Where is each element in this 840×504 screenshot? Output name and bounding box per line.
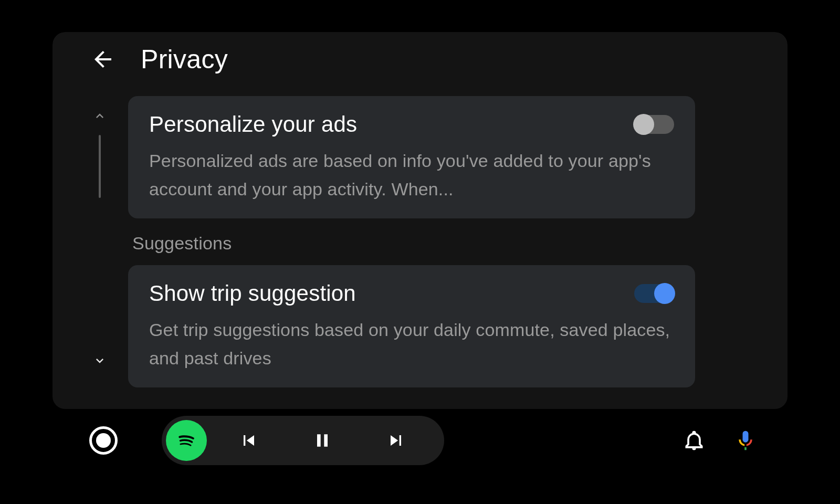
assistant-button[interactable] <box>730 425 761 456</box>
chevron-down-icon <box>92 353 107 368</box>
scrollbar-thumb[interactable] <box>99 135 101 198</box>
navbar <box>52 409 788 472</box>
media-controls <box>162 416 444 465</box>
chevron-up-icon <box>92 109 107 123</box>
page-title: Privacy <box>141 44 228 75</box>
app-area: Privacy Personalize your ads <box>52 32 788 409</box>
pause-icon <box>312 430 333 451</box>
arrow-left-icon <box>90 47 116 72</box>
setting-show-trip-suggestion[interactable]: Show trip suggestion Get trip suggestion… <box>128 265 695 387</box>
setting-title: Show trip suggestion <box>149 281 356 306</box>
scroll-up-button[interactable] <box>89 106 110 127</box>
home-button[interactable] <box>89 426 118 455</box>
skip-previous-icon <box>238 430 259 451</box>
content-list: Personalize your ads Personalized ads ar… <box>128 87 695 409</box>
notifications-button[interactable] <box>678 425 710 456</box>
spotify-icon <box>173 427 200 454</box>
mic-icon <box>734 429 757 452</box>
scrollbar-rail <box>84 87 116 409</box>
toggle-show-trip-suggestion[interactable] <box>634 284 674 303</box>
scroll-down-button[interactable] <box>89 350 110 371</box>
next-track-button[interactable] <box>364 420 427 461</box>
screen: Privacy Personalize your ads <box>52 32 788 472</box>
setting-personalize-ads[interactable]: Personalize your ads Personalized ads ar… <box>128 96 695 218</box>
header: Privacy <box>52 32 788 87</box>
setting-description: Personalized ads are based on info you'v… <box>149 146 674 204</box>
setting-description: Get trip suggestions based on your daily… <box>149 316 674 373</box>
toggle-knob <box>633 114 654 135</box>
toggle-personalize-ads[interactable] <box>634 115 674 134</box>
section-label-suggestions: Suggestions <box>132 233 695 254</box>
navbar-right <box>678 425 761 456</box>
back-button[interactable] <box>86 43 120 76</box>
setting-header: Personalize your ads <box>149 112 674 137</box>
setting-header: Show trip suggestion <box>149 281 674 306</box>
toggle-knob <box>654 283 675 304</box>
play-pause-button[interactable] <box>291 420 354 461</box>
skip-next-icon <box>385 430 406 451</box>
bell-icon <box>682 429 706 452</box>
media-app-button[interactable] <box>166 420 207 461</box>
setting-title: Personalize your ads <box>149 112 357 137</box>
previous-track-button[interactable] <box>217 420 280 461</box>
body: Personalize your ads Personalized ads ar… <box>52 87 788 409</box>
